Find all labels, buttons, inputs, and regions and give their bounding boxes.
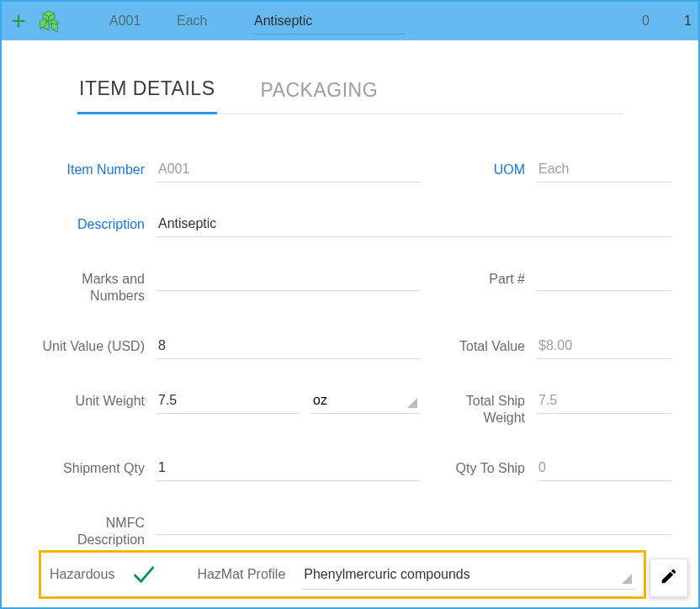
- field-uom[interactable]: Each: [537, 156, 671, 183]
- field-total-ship-weight: 7.5: [537, 388, 671, 414]
- field-nmfc[interactable]: [156, 510, 671, 535]
- header-qty-b: 1: [658, 13, 692, 29]
- field-item-number[interactable]: A001: [156, 156, 421, 183]
- tab-packaging[interactable]: PACKAGING: [259, 79, 380, 114]
- hazardous-highlight-row: Hazardous HazMat Profile Phenylmercuric …: [39, 550, 646, 599]
- tab-item-details[interactable]: ITEM DETAILS: [77, 77, 217, 114]
- label-total-ship-weight: Total Ship Weight: [432, 388, 525, 426]
- plus-icon[interactable]: [8, 11, 29, 31]
- item-row-header: A001 Each Antiseptic 0 1: [2, 2, 698, 40]
- field-part[interactable]: [537, 266, 671, 291]
- label-total-value: Total Value: [432, 333, 525, 355]
- label-unit-weight: Unit Weight: [35, 388, 145, 410]
- header-uom: Each: [177, 13, 244, 29]
- field-marks[interactable]: [156, 266, 421, 291]
- item-details-form: Item Number A001 UOM Each Description An…: [35, 156, 665, 548]
- field-unit-value[interactable]: 8: [156, 333, 421, 359]
- label-shipment-qty: Shipment Qty: [35, 455, 145, 477]
- header-description[interactable]: Antiseptic: [252, 8, 406, 34]
- select-hazmat-profile[interactable]: Phenylmercuric compounds: [302, 560, 635, 590]
- field-description[interactable]: Antiseptic: [156, 211, 671, 237]
- header-qty-a: 0: [565, 13, 650, 29]
- select-weight-unit-value: oz: [313, 393, 327, 407]
- label-nmfc: NMFC Description: [35, 510, 145, 548]
- chevron-down-icon: [407, 398, 417, 408]
- label-marks: Marks and Numbers: [35, 266, 145, 304]
- app-frame: A001 Each Antiseptic 0 1 ITEM DETAILS PA…: [0, 0, 700, 609]
- pencil-icon: [660, 567, 678, 589]
- label-description[interactable]: Description: [35, 211, 145, 233]
- label-hazardous: Hazardous: [50, 567, 114, 582]
- select-hazmat-profile-value: Phenylmercuric compounds: [304, 567, 469, 581]
- select-weight-unit[interactable]: oz: [311, 388, 421, 414]
- field-unit-weight[interactable]: 7.5: [156, 388, 300, 414]
- field-total-value: $8.00: [537, 333, 671, 359]
- label-item-number[interactable]: Item Number: [35, 156, 145, 178]
- label-qty-to-ship: Qty To Ship: [432, 455, 525, 477]
- tabs: ITEM DETAILS PACKAGING: [77, 77, 623, 114]
- label-hazmat-profile: HazMat Profile: [197, 567, 285, 582]
- label-unit-value: Unit Value (USD): [35, 333, 145, 355]
- chevron-down-icon: [622, 574, 632, 584]
- header-item-code: A001: [109, 13, 168, 29]
- hazardous-checkbox[interactable]: [131, 563, 155, 586]
- field-shipment-qty[interactable]: 1: [156, 455, 421, 481]
- edit-button[interactable]: [650, 559, 688, 597]
- label-part: Part #: [432, 266, 525, 288]
- package-group-icon[interactable]: [37, 9, 61, 33]
- label-uom[interactable]: UOM: [432, 156, 525, 178]
- field-qty-to-ship[interactable]: 0: [537, 455, 671, 481]
